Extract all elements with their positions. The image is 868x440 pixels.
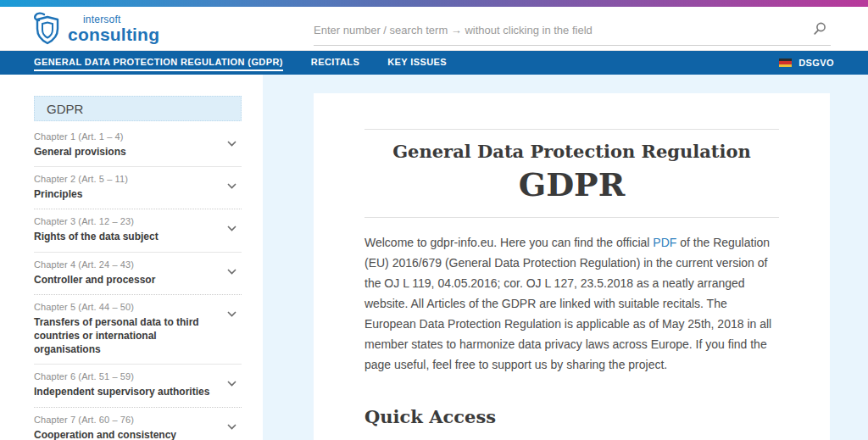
page-subtitle: General Data Protection Regulation xyxy=(364,141,779,162)
chapter-range: Chapter 1 (Art. 1 – 4) xyxy=(34,131,221,142)
article-card: General Data Protection Regulation GDPR … xyxy=(314,93,830,440)
divider xyxy=(364,129,779,130)
chevron-down-icon xyxy=(227,263,236,278)
search-icon xyxy=(812,26,827,39)
chapter-title: General provisions xyxy=(34,145,221,159)
chapter-range: Chapter 3 (Art. 12 – 23) xyxy=(34,216,221,226)
chevron-down-icon xyxy=(227,375,236,390)
sidebar-title: GDPR xyxy=(34,96,242,121)
header: intersoft consulting xyxy=(0,7,868,51)
main-area: General Data Protection Regulation GDPR … xyxy=(263,75,868,440)
intro-paragraph: Welcome to gdpr-info.eu. Here you can fi… xyxy=(364,232,779,376)
chapter-range: Chapter 2 (Art. 5 – 11) xyxy=(34,174,221,184)
search-input[interactable] xyxy=(314,24,809,36)
sidebar: GDPR Chapter 1 (Art. 1 – 4) General prov… xyxy=(0,75,263,440)
search-button[interactable] xyxy=(809,19,831,41)
chevron-down-icon xyxy=(227,418,236,433)
chevron-down-icon xyxy=(227,177,236,192)
logo-line2: consulting xyxy=(68,25,159,43)
divider xyxy=(364,217,779,218)
intro-text-after: of the Regulation (EU) 2016/679 (General… xyxy=(364,236,771,371)
chapter-title: Principles xyxy=(34,187,221,201)
sidebar-item-chapter-3[interactable]: Chapter 3 (Art. 12 – 23) Rights of the d… xyxy=(34,209,242,252)
page-title: GDPR xyxy=(364,165,779,203)
logo-line1: intersoft xyxy=(83,14,159,25)
search-bar xyxy=(314,15,831,46)
chapter-title: Controller and processor xyxy=(34,273,221,287)
sidebar-item-chapter-1[interactable]: Chapter 1 (Art. 1 – 4) General provision… xyxy=(34,125,242,167)
sidebar-item-chapter-6[interactable]: Chapter 6 (Art. 51 – 59) Independent sup… xyxy=(34,365,242,407)
chapter-title: Rights of the data subject xyxy=(34,230,221,243)
sidebar-item-chapter-2[interactable]: Chapter 2 (Art. 5 – 11) Principles xyxy=(34,167,242,209)
intro-text-before: Welcome to gdpr-info.eu. Here you can fi… xyxy=(364,236,653,249)
pdf-link[interactable]: PDF xyxy=(653,236,676,249)
logo-text: intersoft consulting xyxy=(68,14,159,43)
chapter-title: Cooperation and consistency xyxy=(34,428,221,440)
chapter-title: Independent supervisory authorities xyxy=(34,385,221,398)
intersoft-logo[interactable]: intersoft consulting xyxy=(32,12,159,46)
chevron-down-icon xyxy=(227,220,236,235)
language-switch[interactable]: DSGVO xyxy=(779,51,834,75)
chapter-range: Chapter 6 (Art. 51 – 59) xyxy=(34,371,221,382)
chapter-title: Transfers of personal data to third coun… xyxy=(34,315,221,357)
chevron-down-icon xyxy=(227,305,236,320)
shield-icon xyxy=(32,12,63,46)
chapter-range: Chapter 4 (Art. 24 – 43) xyxy=(34,259,221,270)
main-nav: GENERAL DATA PROTECTION REGULATION (GDPR… xyxy=(0,51,868,75)
chevron-down-icon xyxy=(227,135,236,150)
nav-item-key-issues[interactable]: KEY ISSUES xyxy=(387,54,447,71)
brand-gradient-bar xyxy=(0,0,868,7)
nav-item-gdpr[interactable]: GENERAL DATA PROTECTION REGULATION (GDPR… xyxy=(34,54,283,71)
content-area: GDPR Chapter 1 (Art. 1 – 4) General prov… xyxy=(0,75,868,440)
quick-access-title: Quick Access xyxy=(364,406,779,427)
nav-item-recitals[interactable]: RECITALS xyxy=(311,54,359,71)
sidebar-item-chapter-5[interactable]: Chapter 5 (Art. 44 – 50) Transfers of pe… xyxy=(34,295,242,365)
chapter-range: Chapter 7 (Art. 60 – 76) xyxy=(34,415,221,425)
german-flag-icon xyxy=(779,58,792,67)
sidebar-item-chapter-7[interactable]: Chapter 7 (Art. 60 – 76) Cooperation and… xyxy=(34,408,242,440)
chapter-range: Chapter 5 (Art. 44 – 50) xyxy=(34,302,221,312)
sidebar-item-chapter-4[interactable]: Chapter 4 (Art. 24 – 43) Controller and … xyxy=(34,253,242,295)
language-label: DSGVO xyxy=(798,58,834,68)
